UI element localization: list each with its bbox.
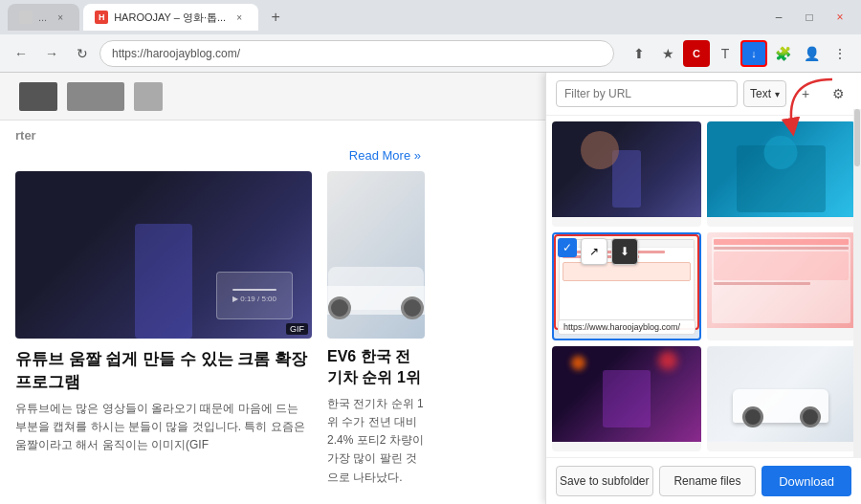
minimize-button[interactable]: – xyxy=(765,4,792,31)
blog-bar3 xyxy=(714,282,811,285)
tab-2[interactable]: H HAROOJAY – 영화·톱... × xyxy=(83,4,258,31)
back-button[interactable]: ← xyxy=(8,40,34,67)
maximize-button[interactable]: □ xyxy=(796,4,823,31)
image-1-thumbnail xyxy=(552,121,701,217)
menu-icon[interactable]: ⋮ xyxy=(827,40,853,67)
tab-1[interactable]: ... × xyxy=(8,4,79,31)
car-article-title: EV6 한국 전기차 순위 1위 xyxy=(327,346,425,389)
blog-bar2 xyxy=(714,247,850,250)
site-label: rter xyxy=(15,128,36,142)
extensions-puzzle-icon[interactable]: 🧩 xyxy=(769,40,796,67)
forward-button[interactable]: → xyxy=(38,40,65,67)
filter-url-input[interactable] xyxy=(556,80,738,107)
blog-frame xyxy=(712,237,851,323)
image-item-1[interactable] xyxy=(552,121,701,227)
article-body: 유튜브에는 많은 영상들이 올라오기 때문에 마음에 드는 부분을 캡쳐를 하시… xyxy=(15,400,312,455)
progress-bar xyxy=(232,289,277,291)
image-item-3[interactable]: ✓ ↗ ⬇ https://www.haroojayblog.com/ xyxy=(552,232,701,341)
article-title: 유튜브 움짤 쉽게 만들 수 있는 크롬 확장 프로그램 xyxy=(15,348,312,394)
bookmark-icon[interactable]: ★ xyxy=(654,40,681,67)
panel-scrollbar[interactable] xyxy=(853,109,861,458)
tab-2-title: HAROOJAY – 영화·톱... xyxy=(114,11,226,25)
image-item-4[interactable] xyxy=(707,232,856,341)
translate-icon[interactable]: T xyxy=(712,40,739,67)
gif-badge: GIF xyxy=(286,323,308,335)
address-bar[interactable]: https://haroojayblog.com/ xyxy=(99,40,614,67)
article-block: ▶ 0:19 / 5:00 GIF 유튜브 움짤 쉽게 만들 수 있는 크롬 확… xyxy=(15,171,312,487)
figure-shape xyxy=(135,224,192,339)
ss-block xyxy=(563,262,691,281)
tab-1-favicon xyxy=(19,11,33,24)
header-thumb xyxy=(19,82,57,111)
reload-button[interactable]: ↻ xyxy=(69,40,96,67)
image-item-5[interactable] xyxy=(552,346,701,451)
share-icon[interactable]: ⬆ xyxy=(626,40,652,67)
browser-actions: ⬆ ★ C T ↓ 🧩 👤 ⋮ xyxy=(626,40,853,67)
video-time: ▶ 0:19 / 5:00 xyxy=(232,295,276,303)
red-arrow-indicator xyxy=(765,75,842,155)
car-article-block: EV6 한국 전기차 순위 1위 한국 전기차 순위 1위 수가 전년 대비 2… xyxy=(327,171,425,487)
image-4-thumbnail xyxy=(707,232,856,328)
article-thumbnail: ▶ 0:19 / 5:00 GIF xyxy=(15,171,312,339)
ext-c-icon[interactable]: C xyxy=(683,40,710,67)
site-title-strip: rter xyxy=(15,124,425,144)
open-in-new-tab-icon[interactable]: ↗ xyxy=(581,238,607,265)
images-grid: ✓ ↗ ⬇ https://www.haroojayblog.com/ xyxy=(546,116,861,457)
image-item-6[interactable] xyxy=(707,346,856,451)
concert-figure xyxy=(603,370,651,427)
save-to-subfolder-button[interactable]: Save to subfolder xyxy=(556,466,653,496)
close-button[interactable]: × xyxy=(827,4,853,31)
left-content: rter Read More » ▶ 0:19 / 5:00 GIF 유튜브 움… xyxy=(0,121,440,487)
new-tab-button[interactable]: + xyxy=(262,4,289,31)
car-thumbnail xyxy=(327,171,425,339)
download-panel: Text ▾ + ⚙ xyxy=(545,73,861,504)
nav-bar: ← → ↻ https://haroojayblog.com/ ⬆ ★ C T … xyxy=(0,34,861,73)
car-article-body: 한국 전기차 순위 1위 수가 전년 대비 2.4% 포티2 차량이 가장 많이… xyxy=(327,395,425,487)
tab-2-close[interactable]: × xyxy=(232,10,247,25)
downloader-extension-icon[interactable]: ↓ xyxy=(740,40,767,67)
read-more-container: Read More » xyxy=(15,146,425,164)
car-wheel-r xyxy=(401,296,424,319)
address-text: https://haroojayblog.com/ xyxy=(112,47,240,60)
webpage: 🔍 rter Read More » ▶ 0:19 / 5:00 xyxy=(0,73,861,504)
download-this-image-icon[interactable]: ⬇ xyxy=(611,238,638,265)
blog-bar1 xyxy=(714,239,850,245)
panel-footer: Save to subfolder Rename files Download xyxy=(546,457,861,504)
scrollbar-thumb xyxy=(854,109,860,166)
blog-img-area xyxy=(714,252,850,280)
header-thumb2 xyxy=(67,82,124,111)
image-6-thumbnail xyxy=(707,346,856,442)
selected-actions-3: ↗ ⬇ xyxy=(581,238,638,265)
profile-icon[interactable]: 👤 xyxy=(798,40,825,67)
read-more-link[interactable]: Read More » xyxy=(349,148,421,163)
articles-row: ▶ 0:19 / 5:00 GIF 유튜브 움짤 쉽게 만들 수 있는 크롬 확… xyxy=(15,171,425,487)
light-1 xyxy=(571,356,585,370)
tab-1-title: ... xyxy=(38,11,47,23)
rename-files-button[interactable]: Rename files xyxy=(659,466,757,496)
image-5-thumbnail xyxy=(552,346,701,442)
light-2 xyxy=(658,351,677,370)
selected-checkmark-3[interactable]: ✓ xyxy=(558,238,577,257)
head1 xyxy=(581,131,619,169)
video-player: ▶ 0:19 / 5:00 xyxy=(216,272,293,319)
tab-bar: ... × H HAROOJAY – 영화·톱... × + – □ × xyxy=(0,0,861,34)
white-car-wheel-l xyxy=(742,406,763,427)
browser-chrome: ... × H HAROOJAY – 영화·톱... × + – □ × ← →… xyxy=(0,0,861,73)
image-url-tooltip: https://www.haroojayblog.com/ xyxy=(558,319,695,335)
tab-2-favicon: H xyxy=(95,11,108,24)
header-thumb3 xyxy=(134,82,163,111)
download-button[interactable]: Download xyxy=(762,466,851,496)
tab-1-close[interactable]: × xyxy=(53,10,68,25)
car-wheel-l xyxy=(328,296,351,319)
white-car-wheel-r xyxy=(800,406,821,427)
